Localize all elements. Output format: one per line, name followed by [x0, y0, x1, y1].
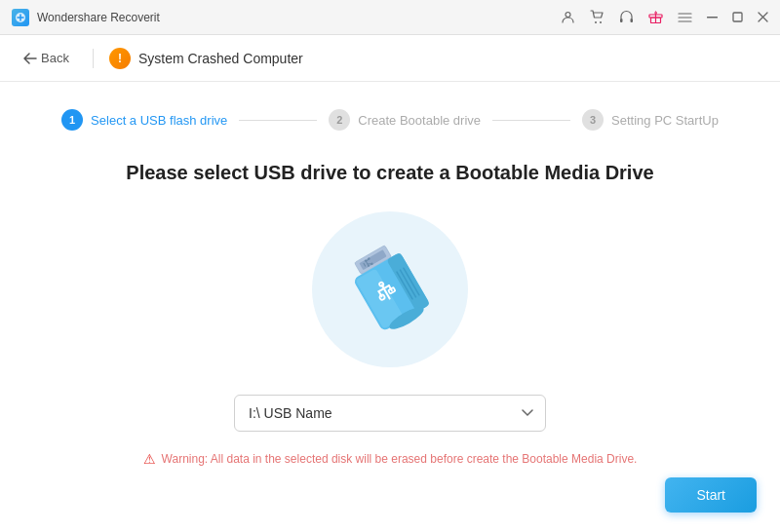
nav-title-section: ! System Crashed Computer [109, 48, 303, 69]
step-3: 3 Setting PC StartUp [582, 109, 719, 131]
step-2-circle: 2 [329, 109, 350, 131]
gift-icon[interactable] [647, 10, 663, 25]
page-title: System Crashed Computer [138, 51, 303, 66]
title-bar-left: Wondershare Recoverit [12, 9, 160, 26]
svg-point-2 [595, 21, 597, 23]
svg-point-3 [600, 21, 602, 23]
app-icon [12, 9, 29, 26]
svg-rect-5 [630, 19, 633, 22]
dropdown-container: I:\ USB Name [234, 395, 546, 432]
minimize-button[interactable] [706, 12, 718, 23]
step-1: 1 Select a USB flash drive [61, 109, 227, 131]
step-2: 2 Create Bootable drive [329, 109, 481, 131]
warning-icon: ⚠ [143, 451, 156, 467]
warning-text: Warning: All data in the selected disk w… [162, 452, 638, 466]
main-content: 1 Select a USB flash drive 2 Create Boot… [0, 82, 780, 494]
step-3-circle: 3 [582, 109, 604, 131]
step-3-label: Setting PC StartUp [611, 113, 719, 128]
warning-message: ⚠ Warning: All data in the selected disk… [143, 451, 638, 467]
nav-divider [93, 49, 94, 68]
back-button[interactable]: Back [16, 47, 77, 69]
svg-rect-4 [620, 19, 623, 22]
back-label: Back [41, 51, 69, 65]
nav-warning-icon: ! [109, 48, 131, 69]
close-button[interactable] [757, 12, 768, 23]
main-heading: Please select USB drive to create a Boot… [126, 162, 653, 184]
svg-point-1 [566, 13, 570, 18]
title-bar: Wondershare Recoverit [0, 0, 780, 35]
start-button[interactable]: Start [665, 477, 757, 513]
step-1-label: Select a USB flash drive [91, 113, 227, 128]
step-line-2 [492, 120, 570, 121]
nav-bar: Back ! System Crashed Computer [0, 35, 780, 82]
step-line-1 [239, 120, 317, 121]
app-title: Wondershare Recoverit [37, 11, 160, 24]
svg-rect-9 [733, 13, 742, 21]
restore-button[interactable] [731, 12, 743, 23]
cart-icon[interactable] [589, 10, 604, 25]
menu-icon[interactable] [677, 10, 692, 25]
usb-svg [322, 231, 458, 348]
step-2-label: Create Bootable drive [358, 113, 481, 128]
user-icon[interactable] [560, 10, 575, 25]
usb-drive-select[interactable]: I:\ USB Name [234, 395, 546, 432]
headset-icon[interactable] [618, 10, 634, 25]
step-1-circle: 1 [61, 109, 83, 131]
steps-container: 1 Select a USB flash drive 2 Create Boot… [58, 109, 722, 131]
usb-illustration [302, 211, 478, 367]
svg-rect-8 [707, 17, 718, 19]
title-bar-controls [560, 10, 768, 25]
